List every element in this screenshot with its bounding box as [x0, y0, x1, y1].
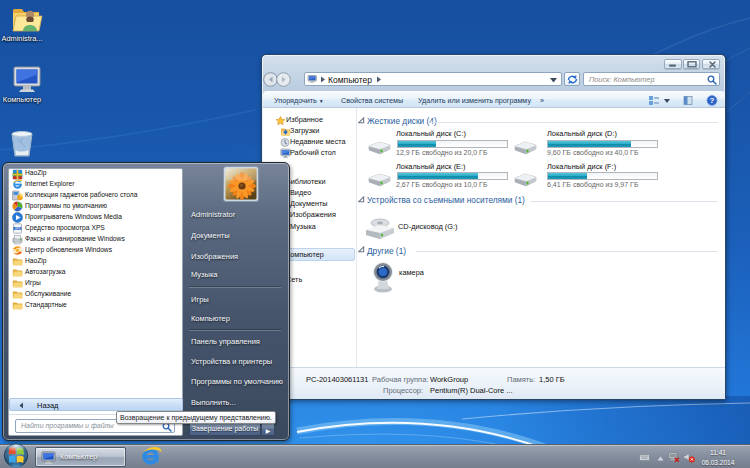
svg-text:?: ? — [710, 96, 715, 105]
svg-text:XPS: XPS — [15, 227, 21, 231]
